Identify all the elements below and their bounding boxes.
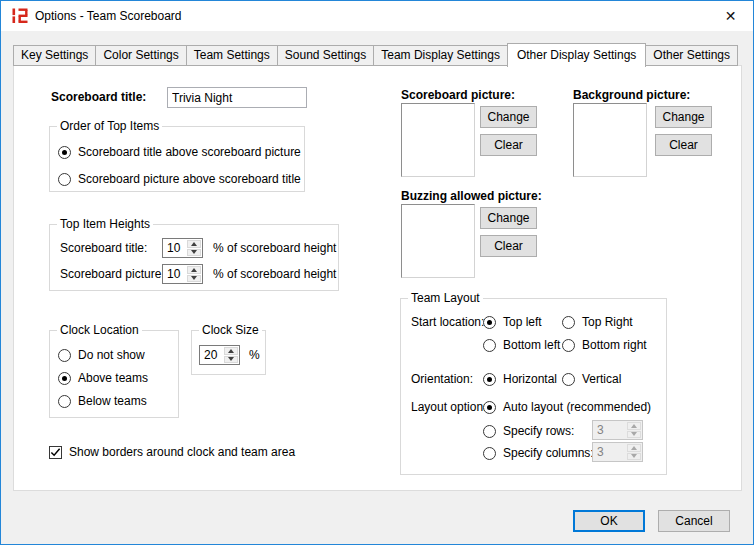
radio-picture-above-title[interactable]: Scoreboard picture above scoreboard titl… [58, 172, 301, 186]
spin-down-button[interactable] [224, 356, 238, 364]
other-display-settings-page: Scoreboard title: Order of Top Items Sco… [13, 65, 742, 491]
clock-size-group: Clock Size 20 % [191, 330, 266, 375]
background-picture-clear-button[interactable]: Clear [655, 134, 712, 156]
tab-strip: Key Settings Color Settings Team Setting… [13, 43, 737, 66]
close-button[interactable]: ✕ [708, 1, 753, 30]
buzzing-picture-change-button[interactable]: Change [480, 207, 537, 229]
clock-location-group: Clock Location Do not show Above teams B… [49, 330, 179, 418]
arrow-down-icon [228, 357, 234, 361]
orientation-label: Orientation: [411, 372, 473, 387]
close-icon: ✕ [725, 8, 737, 24]
team-layout-title: Team Layout [408, 291, 483, 306]
arrow-down-icon [631, 454, 637, 458]
buzzing-picture-box [401, 204, 475, 278]
radio-icon [58, 395, 71, 408]
clock-size-spinner[interactable]: 20 [199, 345, 240, 365]
height-picture-spinner[interactable]: 10 [162, 264, 203, 284]
radio-top-left[interactable]: Top left [483, 315, 542, 329]
radio-selected-icon [483, 316, 496, 329]
radio-icon [483, 339, 496, 352]
radio-selected-icon [483, 401, 496, 414]
scoreboard-title-input[interactable] [167, 87, 307, 108]
radio-top-right[interactable]: Top Right [562, 315, 633, 329]
radio-title-above-picture[interactable]: Scoreboard title above scoreboard pictur… [58, 145, 301, 159]
ok-button[interactable]: OK [573, 510, 645, 532]
clock-size-title: Clock Size [199, 323, 262, 338]
spin-up-button[interactable] [187, 266, 201, 274]
scoreboard-picture-label: Scoreboard picture: [401, 88, 515, 103]
scoreboard-picture-change-button[interactable]: Change [480, 106, 537, 128]
radio-below-teams[interactable]: Below teams [58, 394, 147, 408]
arrow-up-icon [228, 349, 234, 353]
height-picture-label: Scoreboard picture: [60, 267, 165, 282]
buzzing-picture-clear-button[interactable]: Clear [480, 235, 537, 257]
radio-selected-icon [58, 146, 71, 159]
arrow-down-icon [191, 250, 197, 254]
specify-rows-spinner: 3 [592, 420, 643, 440]
background-picture-change-button[interactable]: Change [655, 106, 712, 128]
radio-icon [483, 447, 496, 460]
height-title-label: Scoreboard title: [60, 241, 147, 256]
background-picture-box [573, 103, 647, 177]
arrow-up-icon [191, 242, 197, 246]
app-icon [11, 8, 31, 24]
radio-horizontal[interactable]: Horizontal [483, 372, 557, 386]
order-group-title: Order of Top Items [57, 119, 162, 134]
radio-bottom-left[interactable]: Bottom left [483, 338, 560, 352]
tab-other-settings[interactable]: Other Settings [645, 45, 738, 66]
order-of-top-items-group: Order of Top Items Scoreboard title abov… [49, 126, 305, 192]
checkbox-checked-icon [49, 446, 62, 459]
scoreboard-title-label: Scoreboard title: [51, 90, 146, 105]
options-dialog: Options - Team Scoreboard ✕ Key Settings… [0, 0, 754, 545]
spin-down-button[interactable] [187, 275, 201, 283]
spin-down-button [627, 431, 641, 439]
tab-color-settings[interactable]: Color Settings [95, 45, 186, 66]
radio-icon [483, 425, 496, 438]
background-picture-label: Background picture: [573, 88, 690, 103]
specify-columns-spinner: 3 [592, 442, 643, 462]
radio-above-teams[interactable]: Above teams [58, 371, 148, 385]
radio-do-not-show[interactable]: Do not show [58, 348, 145, 362]
cancel-button[interactable]: Cancel [658, 510, 730, 532]
tab-key-settings[interactable]: Key Settings [13, 45, 96, 66]
spin-up-button[interactable] [224, 347, 238, 355]
show-borders-checkbox[interactable]: Show borders around clock and team area [49, 445, 295, 459]
radio-selected-icon [58, 372, 71, 385]
layout-option-label: Layout option: [411, 400, 486, 415]
height-title-suffix: % of scoreboard height [213, 241, 336, 256]
title-bar: Options - Team Scoreboard ✕ [1, 1, 753, 31]
radio-icon [562, 373, 575, 386]
radio-specify-rows[interactable]: Specify rows: [483, 424, 574, 438]
radio-vertical[interactable]: Vertical [562, 372, 621, 386]
radio-icon [562, 339, 575, 352]
window-title: Options - Team Scoreboard [35, 1, 182, 31]
clock-location-title: Clock Location [57, 323, 142, 338]
team-layout-group: Team Layout Start location: Top left Top… [400, 298, 667, 475]
arrow-up-icon [631, 446, 637, 450]
tab-sound-settings[interactable]: Sound Settings [277, 45, 374, 66]
top-item-heights-group: Top Item Heights Scoreboard title: 10 % … [49, 224, 339, 291]
height-picture-suffix: % of scoreboard height [213, 267, 336, 282]
scoreboard-picture-clear-button[interactable]: Clear [480, 134, 537, 156]
scoreboard-picture-box [401, 103, 475, 177]
arrow-up-icon [631, 424, 637, 428]
radio-bottom-right[interactable]: Bottom right [562, 338, 647, 352]
tab-team-settings[interactable]: Team Settings [186, 45, 278, 66]
spin-down-button [627, 453, 641, 461]
buzzing-picture-label: Buzzing allowed picture: [401, 189, 542, 204]
spin-down-button[interactable] [187, 249, 201, 257]
radio-selected-icon [483, 373, 496, 386]
tab-team-display-settings[interactable]: Team Display Settings [373, 45, 508, 66]
arrow-down-icon [631, 432, 637, 436]
spin-up-button[interactable] [187, 240, 201, 248]
spin-up-button [627, 422, 641, 430]
spin-up-button [627, 444, 641, 452]
heights-group-title: Top Item Heights [57, 217, 153, 232]
height-title-spinner[interactable]: 10 [162, 238, 203, 258]
clock-size-suffix: % [249, 348, 260, 363]
radio-auto-layout[interactable]: Auto layout (recommended) [483, 400, 651, 414]
tab-other-display-settings[interactable]: Other Display Settings [507, 43, 646, 67]
radio-icon [562, 316, 575, 329]
arrow-up-icon [191, 268, 197, 272]
radio-specify-columns[interactable]: Specify columns: [483, 446, 594, 460]
